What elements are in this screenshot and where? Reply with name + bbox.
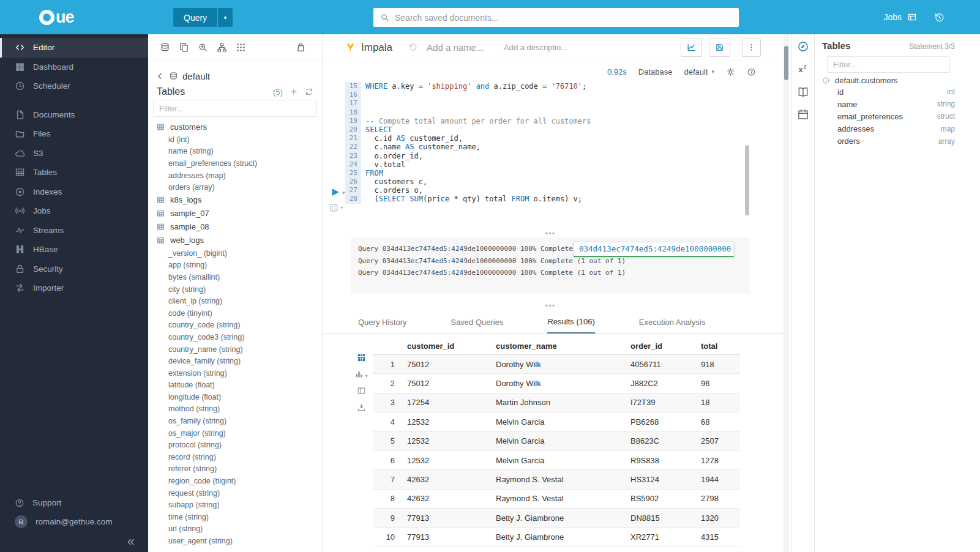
query-history-icon[interactable] (934, 12, 944, 23)
table-item-sample-08[interactable]: sample_08 (148, 220, 322, 234)
snippet-options-button[interactable]: ▾ (329, 203, 343, 212)
grid-view-icon[interactable] (357, 353, 366, 362)
sidebar-item-indexes[interactable]: Indexes (0, 182, 148, 202)
column-item-addresses[interactable]: addressesmap (822, 123, 955, 135)
sidebar-item-jobs[interactable]: Jobs (0, 201, 148, 221)
chart-view-button[interactable]: ▾ (354, 370, 367, 379)
sitemap-icon[interactable] (217, 42, 227, 53)
column-item-email-preferences[interactable]: email_preferencesstruct (822, 110, 955, 122)
column-header-total[interactable]: total (696, 341, 740, 351)
table-item-k8s-logs[interactable]: k8s_logs (148, 193, 322, 207)
column-item-addresses-map[interactable]: addresses (map) (148, 170, 322, 182)
sidebar-item-importer[interactable]: Importer (0, 278, 148, 298)
table-row[interactable]: 842632Raymond S. VestalBS59022798 (373, 490, 740, 509)
tab-results-106[interactable]: Results (106) (547, 317, 594, 334)
bag-icon[interactable] (296, 42, 306, 53)
table-row[interactable]: 412532Melvin GarciaPB626868 (373, 412, 740, 431)
table-row[interactable]: 742632Raymond S. VestalHS31241944 (373, 470, 740, 489)
sidebar-item-dashboard[interactable]: Dashboard (0, 58, 148, 77)
code-line[interactable]: 20SELECT (345, 125, 791, 134)
column-item-method-string[interactable]: method (string) (148, 403, 322, 416)
column-header-customer-id[interactable]: customer_id (402, 341, 491, 351)
search-plus-icon[interactable] (198, 42, 208, 53)
code-line[interactable]: 26 customers c, (345, 177, 791, 186)
table-item-sample-07[interactable]: sample_07 (148, 207, 322, 220)
columns-toggle-icon[interactable] (357, 386, 366, 395)
documents-assist-icon[interactable] (179, 42, 189, 53)
column-item-os-family-string[interactable]: os_family (string) (148, 415, 322, 427)
column-item-app-string[interactable]: app (string) (148, 259, 322, 272)
sidebar-item-files[interactable]: Files (0, 124, 148, 144)
query-description-input[interactable] (504, 43, 567, 52)
column-item-client-ip-string[interactable]: client_ip (string) (148, 295, 322, 307)
query-name-input[interactable] (427, 42, 489, 53)
data-source-icon[interactable] (160, 42, 170, 53)
code-line[interactable]: 27 c.orders o, (345, 186, 791, 195)
column-item-id-int[interactable]: id (int) (148, 133, 322, 146)
code-line[interactable]: 18 (345, 108, 791, 117)
add-table-icon[interactable] (290, 88, 298, 96)
refresh-icon[interactable] (305, 88, 313, 96)
table-row[interactable]: 1077913Betty J. GiambroneXR27714315 (373, 528, 740, 547)
table-row[interactable]: 175012Dorothy Wilk4056711918 (373, 355, 740, 374)
active-table-row[interactable]: default.customers (822, 75, 955, 86)
column-item-os-major-string[interactable]: os_major (string) (148, 427, 322, 439)
column-item-bytes-smallint[interactable]: bytes (smallint) (148, 271, 322, 283)
sidebar-item-streams[interactable]: Streams (0, 221, 148, 241)
column-item-name-string[interactable]: name (string) (148, 146, 322, 158)
query-id-popover[interactable]: 034d413ec7474ed5:4249de1000000000 (574, 242, 734, 257)
schedule-icon[interactable] (797, 108, 809, 121)
resize-handle-bottom[interactable]: ••• (351, 304, 750, 310)
column-item-record-string[interactable]: record (string) (148, 451, 322, 463)
jobs-link[interactable]: Jobs (883, 12, 917, 22)
column-item-email-preferences-struct[interactable]: email_preferences (struct) (148, 157, 322, 170)
sidebar-item-scheduler[interactable]: Scheduler (0, 76, 148, 96)
column-item-region-code-bigint[interactable]: region_code (bigint) (148, 475, 322, 487)
column-item-code-tinyint[interactable]: code (tinyint) (148, 307, 322, 319)
compass-icon[interactable] (797, 40, 809, 53)
table-row[interactable]: 612532Melvin GarciaR9S8381278 (373, 451, 740, 470)
column-header-customer-name[interactable]: customer_name (491, 341, 626, 351)
sidebar-item-security[interactable]: Security (0, 259, 148, 279)
sidebar-item-hbase[interactable]: HBase (0, 240, 148, 259)
column-header-order-id[interactable]: order_id (626, 341, 696, 351)
current-database[interactable]: default (182, 71, 210, 81)
table-row[interactable]: 317254Martin JohnsonI72T3918 (373, 393, 740, 412)
query-dropdown-caret[interactable]: ▾ (217, 8, 233, 27)
column-item-longitude-float[interactable]: longitude (float) (148, 391, 322, 403)
column-item-time-string[interactable]: time (string) (148, 511, 322, 523)
column-item-extension-string[interactable]: extension (string) (148, 367, 322, 379)
right-filter-input[interactable] (833, 60, 944, 69)
column-item-referer-string[interactable]: referer (string) (148, 463, 322, 476)
functions-superscript-icon[interactable]: x2 (797, 63, 809, 75)
code-line[interactable]: 16 (345, 91, 791, 99)
editor-scrollbar[interactable] (745, 145, 749, 215)
code-line[interactable]: 19-- Compute total amount per order for … (345, 117, 791, 125)
code-line[interactable]: 28 (SELECT SUM(price * qty) total FROM o… (345, 195, 791, 203)
column-item-device-family-string[interactable]: device_family (string) (148, 355, 322, 367)
resize-handle-top[interactable]: ••• (351, 231, 750, 237)
save-button[interactable] (709, 39, 730, 57)
database-select[interactable]: default ▾ (684, 67, 714, 76)
tab-query-history[interactable]: Query History (358, 318, 406, 333)
sidebar-item-user[interactable]: R romain@gethue.com (0, 512, 148, 531)
language-reference-icon[interactable] (797, 86, 809, 98)
code-line[interactable]: 25FROM (345, 169, 791, 177)
table-row[interactable]: 275012Dorothy WilkJ882C296 (373, 374, 740, 393)
tab-saved-queries[interactable]: Saved Queries (451, 318, 503, 333)
code-editor[interactable]: 15WHERE a.key = 'shipping' and a.zip_cod… (323, 82, 791, 222)
table-item-customers[interactable]: customers (148, 120, 322, 133)
chart-button[interactable] (681, 39, 702, 57)
hue-logo[interactable]: ue (0, 0, 148, 34)
code-line[interactable]: 23 o.order_id, (345, 152, 791, 160)
sidebar-item-s3[interactable]: S3 (0, 144, 148, 163)
column-item-name[interactable]: namestring (822, 98, 955, 110)
execute-play-button[interactable] (330, 187, 340, 198)
undo-history-icon[interactable] (408, 43, 417, 52)
column-item-country-code3-string[interactable]: country_code3 (string) (148, 331, 322, 343)
settings-gear-icon[interactable] (726, 67, 735, 76)
more-options-button[interactable] (742, 39, 761, 57)
apps-grid-icon[interactable] (236, 42, 246, 53)
column-item-city-string[interactable]: city (string) (148, 283, 322, 296)
column-item-subapp-string[interactable]: subapp (string) (148, 499, 322, 511)
